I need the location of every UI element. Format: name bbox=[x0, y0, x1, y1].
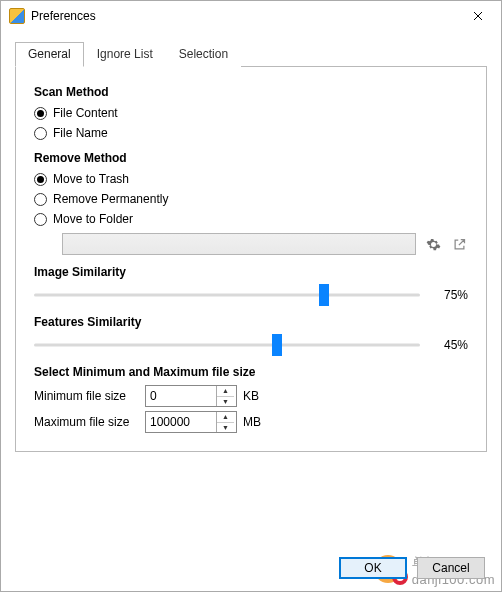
image-similarity-heading: Image Similarity bbox=[34, 265, 468, 279]
file-size-heading: Select Minimum and Maximum file size bbox=[34, 365, 468, 379]
browse-folder-button[interactable] bbox=[450, 235, 468, 253]
radio-label: Remove Permanently bbox=[53, 192, 168, 206]
image-similarity-slider[interactable] bbox=[34, 285, 420, 305]
tab-strip: General Ignore List Selection bbox=[15, 41, 487, 67]
title-bar: Preferences bbox=[1, 1, 501, 31]
ok-button[interactable]: OK bbox=[339, 557, 407, 579]
tab-general[interactable]: General bbox=[15, 42, 84, 67]
chevron-up-icon[interactable]: ▲ bbox=[217, 386, 234, 397]
tab-ignore-list[interactable]: Ignore List bbox=[84, 42, 166, 67]
radio-icon bbox=[34, 107, 47, 120]
radio-label: File Name bbox=[53, 126, 108, 140]
close-icon bbox=[473, 11, 483, 21]
features-similarity-heading: Features Similarity bbox=[34, 315, 468, 329]
features-similarity-slider[interactable] bbox=[34, 335, 420, 355]
radio-file-content[interactable]: File Content bbox=[34, 105, 468, 121]
radio-file-name[interactable]: File Name bbox=[34, 125, 468, 141]
slider-track bbox=[34, 294, 420, 297]
close-button[interactable] bbox=[455, 1, 501, 31]
slider-thumb[interactable] bbox=[272, 334, 282, 356]
scan-method-heading: Scan Method bbox=[34, 85, 468, 99]
chevron-up-icon[interactable]: ▲ bbox=[217, 412, 234, 423]
max-size-input[interactable] bbox=[146, 412, 216, 432]
radio-remove-permanently[interactable]: Remove Permanently bbox=[34, 191, 468, 207]
max-size-unit: MB bbox=[243, 415, 261, 429]
dialog-buttons: OK Cancel bbox=[339, 557, 485, 579]
features-similarity-value: 45% bbox=[430, 338, 468, 352]
slider-thumb[interactable] bbox=[319, 284, 329, 306]
folder-path-input[interactable] bbox=[62, 233, 416, 255]
radio-move-to-trash[interactable]: Move to Trash bbox=[34, 171, 468, 187]
chevron-down-icon[interactable]: ▼ bbox=[217, 423, 234, 433]
app-icon bbox=[9, 8, 25, 24]
radio-label: Move to Trash bbox=[53, 172, 129, 186]
radio-label: Move to Folder bbox=[53, 212, 133, 226]
open-external-icon bbox=[452, 237, 467, 252]
tab-selection[interactable]: Selection bbox=[166, 42, 241, 67]
radio-label: File Content bbox=[53, 106, 118, 120]
spinner-arrows[interactable]: ▲ ▼ bbox=[216, 412, 234, 432]
radio-move-to-folder[interactable]: Move to Folder bbox=[34, 211, 468, 227]
window-title: Preferences bbox=[31, 9, 455, 23]
cancel-button[interactable]: Cancel bbox=[417, 557, 485, 579]
max-size-spinner[interactable]: ▲ ▼ bbox=[145, 411, 237, 433]
spinner-arrows[interactable]: ▲ ▼ bbox=[216, 386, 234, 406]
remove-method-heading: Remove Method bbox=[34, 151, 468, 165]
radio-icon bbox=[34, 127, 47, 140]
radio-icon bbox=[34, 173, 47, 186]
min-size-label: Minimum file size bbox=[34, 389, 139, 403]
settings-button[interactable] bbox=[424, 235, 442, 253]
slider-track bbox=[34, 344, 420, 347]
radio-icon bbox=[34, 193, 47, 206]
gear-icon bbox=[426, 237, 441, 252]
min-size-unit: KB bbox=[243, 389, 259, 403]
min-size-input[interactable] bbox=[146, 386, 216, 406]
max-size-label: Maximum file size bbox=[34, 415, 139, 429]
radio-icon bbox=[34, 213, 47, 226]
min-size-spinner[interactable]: ▲ ▼ bbox=[145, 385, 237, 407]
image-similarity-value: 75% bbox=[430, 288, 468, 302]
tab-pane-general: Scan Method File Content File Name Remov… bbox=[15, 67, 487, 452]
chevron-down-icon[interactable]: ▼ bbox=[217, 397, 234, 407]
